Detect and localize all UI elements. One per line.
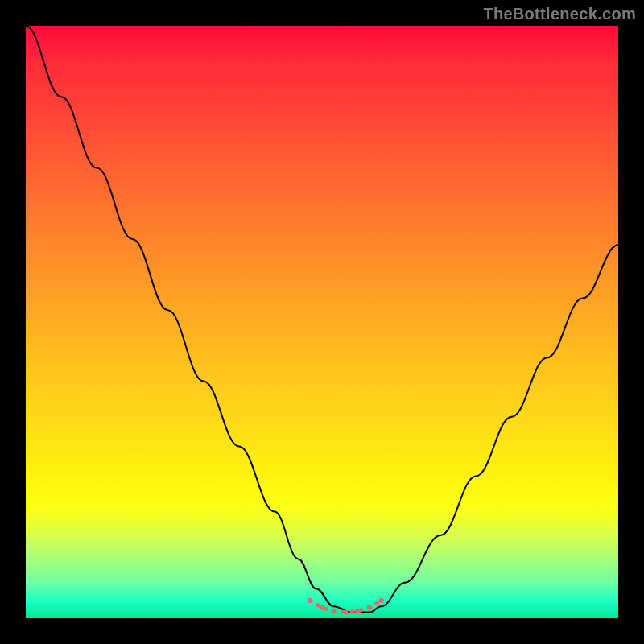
optimum-marker-dot <box>308 598 312 603</box>
optimum-marker-dot <box>320 605 324 610</box>
optimum-marker <box>308 598 384 615</box>
optimum-marker-dot <box>378 598 383 603</box>
optimum-marker-dot <box>367 605 372 610</box>
optimum-marker-dot <box>332 609 336 613</box>
optimum-marker-dot <box>355 609 360 613</box>
optimum-marker-dot <box>343 609 348 614</box>
plot-area <box>26 26 618 618</box>
chart-svg <box>26 26 618 618</box>
chart-frame: TheBottleneck.com <box>0 0 644 644</box>
bottleneck-curve-line <box>26 26 618 613</box>
watermark-text: TheBottleneck.com <box>483 5 636 23</box>
